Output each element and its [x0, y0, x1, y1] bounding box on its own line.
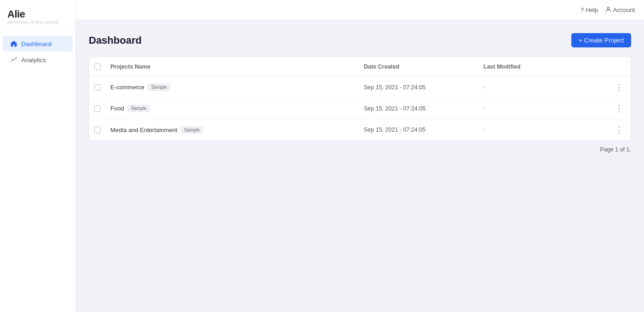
app-tagline: artificial intelligence — [7, 21, 68, 24]
header-date-created: Date Created — [359, 62, 479, 72]
row-1-last-modified: - — [479, 80, 608, 95]
row-2-project-name: Food — [110, 105, 124, 112]
projects-table: Projects Name Date Created Last Modified… — [89, 57, 631, 141]
sidebar: Alie artificial intelligence Dashboard A… — [0, 0, 76, 312]
row-2-last-modified: - — [479, 101, 608, 116]
create-project-button[interactable]: + Create Project — [571, 33, 631, 47]
row-3-checkbox-cell — [89, 127, 106, 133]
row-1-badge: Sample — [148, 84, 170, 91]
table-row: E-commerce Sample Sep 15, 2021 - 07:24:0… — [89, 77, 631, 98]
table-row: Media and Entertainment Sample Sep 15, 2… — [89, 119, 631, 140]
analytics-icon — [10, 56, 17, 64]
row-2-badge: Sample — [128, 105, 150, 112]
row-1-date-created: Sep 15, 2021 - 07:24:05 — [359, 80, 479, 95]
header-checkbox-cell — [89, 64, 106, 70]
row-1-project-name: E-commerce — [110, 84, 144, 91]
row-2-actions-cell: ⋮ — [608, 100, 631, 117]
pagination: Page 1 of 1. — [89, 146, 631, 153]
row-3-date-created: Sep 15, 2021 - 07:24:05 — [359, 122, 479, 138]
content-area: Dashboard + Create Project Projects Name… — [76, 20, 644, 312]
content-header: Dashboard + Create Project — [89, 33, 631, 47]
topbar: ? Help Account — [76, 0, 644, 20]
header-project-name: Projects Name — [106, 62, 359, 72]
row-3-badge: Sample — [181, 127, 203, 133]
home-icon — [10, 40, 17, 47]
sidebar-item-analytics[interactable]: Analytics — [3, 52, 73, 68]
row-2-name-cell: Food Sample — [106, 100, 359, 116]
row-2-project-name-group: Food Sample — [110, 105, 355, 112]
sidebar-item-analytics-label: Analytics — [21, 57, 46, 64]
row-3-name-cell: Media and Entertainment Sample — [106, 122, 359, 138]
sidebar-item-dashboard-label: Dashboard — [21, 40, 52, 47]
row-1-checkbox[interactable] — [94, 84, 101, 91]
help-icon: ? — [581, 6, 584, 13]
row-1-checkbox-cell — [89, 84, 106, 91]
row-3-actions-cell: ⋮ — [608, 121, 631, 139]
row-3-more-options-button[interactable]: ⋮ — [612, 126, 626, 134]
row-2-more-options-button[interactable]: ⋮ — [612, 104, 626, 113]
row-1-more-options-button[interactable]: ⋮ — [612, 83, 626, 92]
help-link[interactable]: ? Help — [581, 6, 598, 13]
select-all-checkbox[interactable] — [94, 64, 101, 70]
table-header: Projects Name Date Created Last Modified — [89, 57, 631, 77]
account-link[interactable]: Account — [605, 6, 635, 14]
row-3-last-modified: - — [479, 122, 608, 138]
header-last-modified: Last Modified — [479, 62, 608, 72]
row-3-project-name: Media and Entertainment — [110, 127, 177, 133]
row-2-checkbox-cell — [89, 105, 106, 112]
sidebar-item-dashboard[interactable]: Dashboard — [3, 36, 73, 52]
row-2-date-created: Sep 15, 2021 - 07:24:05 — [359, 101, 479, 116]
main-area: ? Help Account Dashboard + Create Projec… — [76, 0, 644, 312]
sidebar-nav: Dashboard Analytics — [0, 31, 75, 73]
row-1-actions-cell: ⋮ — [608, 79, 631, 96]
row-3-checkbox[interactable] — [94, 127, 101, 133]
account-label: Account — [613, 6, 635, 13]
row-3-project-name-group: Media and Entertainment Sample — [110, 127, 355, 133]
header-actions — [608, 65, 631, 69]
page-title: Dashboard — [89, 35, 142, 46]
row-1-project-name-group: E-commerce Sample — [110, 84, 355, 91]
table-row: Food Sample Sep 15, 2021 - 07:24:05 - ⋮ — [89, 98, 631, 119]
row-1-name-cell: E-commerce Sample — [106, 79, 359, 95]
app-logo: Alie artificial intelligence — [0, 0, 75, 31]
help-label: Help — [586, 6, 598, 13]
pagination-label: Page 1 of 1. — [600, 146, 631, 153]
row-2-checkbox[interactable] — [94, 105, 101, 112]
app-name: Alie — [7, 8, 68, 20]
svg-point-2 — [607, 7, 610, 9]
account-icon — [605, 6, 611, 14]
